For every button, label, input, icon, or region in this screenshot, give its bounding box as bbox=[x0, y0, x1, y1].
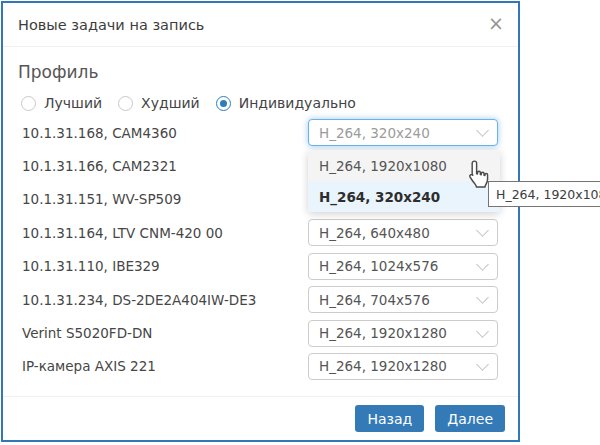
profile-select[interactable]: H_264, 1920x1280 bbox=[308, 320, 498, 347]
select-value: H_264, 1024x576 bbox=[319, 258, 438, 274]
camera-name: 10.1.31.110, IBE329 bbox=[22, 258, 160, 274]
profile-radio-option[interactable]: Худший bbox=[118, 95, 200, 111]
chevron-down-icon bbox=[476, 358, 489, 371]
camera-row: 10.1.31.168, CAM4360 H_264, 320x240 bbox=[3, 116, 518, 149]
chevron-down-icon bbox=[476, 224, 489, 237]
profile-select[interactable]: H_264, 704x576 bbox=[308, 286, 498, 313]
select-value: H_264, 704x576 bbox=[319, 292, 430, 308]
radio-label: Худший bbox=[141, 95, 200, 111]
profile-heading: Профиль bbox=[18, 62, 518, 82]
select-value: H_264, 1920x1280 bbox=[319, 358, 447, 374]
tooltip: H_264, 1920x1080 bbox=[488, 181, 600, 207]
dialog-header: Новые задачи на запись × bbox=[3, 3, 518, 47]
close-icon[interactable]: × bbox=[488, 14, 504, 33]
dropdown-option-label: H_264, 1920x1080 bbox=[319, 158, 447, 174]
camera-name: IP-камера AXIS 221 bbox=[22, 358, 156, 374]
dropdown-option-label: H_264, 320x240 bbox=[319, 189, 440, 205]
camera-row: IP-камера AXIS 221 H_264, 1920x1280 bbox=[3, 350, 518, 383]
next-button[interactable]: Далее bbox=[435, 405, 505, 432]
back-button[interactable]: Назад bbox=[355, 405, 424, 432]
camera-row: 10.1.31.110, IBE329 H_264, 1024x576 bbox=[3, 250, 518, 283]
profile-radio-group: Лучший Худший Индивидуально bbox=[21, 95, 518, 111]
dialog-footer: Назад Далее bbox=[3, 396, 518, 440]
profile-radio-option[interactable]: Лучший bbox=[21, 95, 102, 111]
radio-icon bbox=[118, 96, 133, 111]
dialog-new-recording-tasks: Новые задачи на запись × Профиль Лучший … bbox=[1, 1, 520, 442]
select-value: H_264, 320x240 bbox=[319, 125, 430, 141]
select-value: H_264, 640x480 bbox=[319, 225, 430, 241]
page-background: Новые задачи на запись × Профиль Лучший … bbox=[0, 0, 600, 445]
profile-select[interactable]: H_264, 1024x576 bbox=[308, 253, 498, 280]
camera-name: 10.1.31.151, WV-SP509 bbox=[22, 191, 181, 207]
chevron-down-icon bbox=[476, 258, 489, 271]
hand-cursor-icon bbox=[462, 160, 489, 191]
camera-row: Verint S5020FD-DN H_264, 1920x1280 bbox=[3, 316, 518, 349]
profile-select[interactable]: H_264, 320x240 bbox=[308, 119, 498, 146]
chevron-down-icon bbox=[476, 124, 489, 137]
profile-select[interactable]: H_264, 640x480 bbox=[308, 219, 498, 246]
radio-label: Индивидуально bbox=[239, 95, 356, 111]
profile-select[interactable]: H_264, 1920x1280 bbox=[308, 353, 498, 380]
camera-name: 10.1.31.168, CAM4360 bbox=[22, 125, 177, 141]
dialog-title: Новые задачи на запись bbox=[18, 17, 204, 33]
camera-name: Verint S5020FD-DN bbox=[22, 325, 152, 341]
select-value: H_264, 1920x1280 bbox=[319, 325, 447, 341]
radio-label: Лучший bbox=[44, 95, 102, 111]
camera-row: 10.1.31.164, LTV CNM-420 00 H_264, 640x4… bbox=[3, 216, 518, 249]
camera-name: 10.1.31.234, DS-2DE2A404IW-DE3 bbox=[22, 292, 256, 308]
chevron-down-icon bbox=[476, 291, 489, 304]
camera-name: 10.1.31.164, LTV CNM-420 00 bbox=[22, 225, 223, 241]
profile-radio-option[interactable]: Индивидуально bbox=[216, 95, 356, 111]
chevron-down-icon bbox=[476, 325, 489, 338]
camera-row: 10.1.31.234, DS-2DE2A404IW-DE3 H_264, 70… bbox=[3, 283, 518, 316]
radio-icon bbox=[21, 96, 36, 111]
camera-name: 10.1.31.166, CAM2321 bbox=[22, 158, 177, 174]
radio-icon bbox=[216, 96, 231, 111]
